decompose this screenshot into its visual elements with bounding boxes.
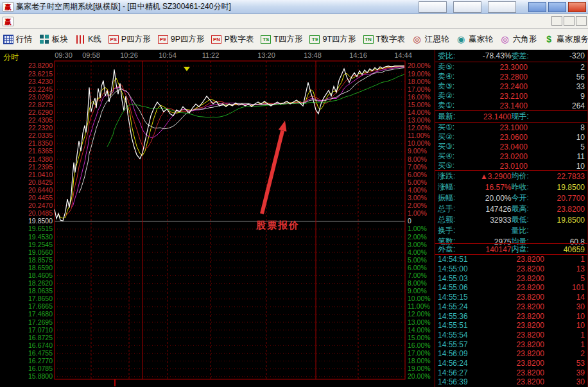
trade-row[interactable]: 14:55:57 23.8200 1 [435, 340, 587, 349]
toolbar-button[interactable]: T9 9T四方形 [309, 34, 356, 45]
stat-label: 委比: [438, 51, 465, 62]
trade-row[interactable]: 14:55:51 23.8200 10 [435, 321, 587, 330]
sell-row[interactable]: 卖⑤: 23.3000 2 [435, 62, 587, 72]
stat-row: 涨跌: ▲3.2900 均价: 22.7833 [435, 171, 587, 182]
stat-value: 32933 [465, 216, 512, 225]
svg-text:10.00%: 10.00% [408, 295, 431, 302]
trade-row[interactable]: 14:54:51 23.8200 1 [435, 255, 587, 264]
svg-text:16.0785: 16.0785 [28, 365, 53, 372]
svg-text:17.0710: 17.0710 [28, 326, 53, 334]
svg-text:19.00%: 19.00% [408, 70, 431, 78]
trade-row[interactable]: 14:56:09 23.8200 2 [435, 349, 587, 358]
svg-text:13:48: 13:48 [304, 51, 322, 59]
toolbar-button[interactable]: ◎ 江恩轮 [412, 34, 449, 45]
child-minimize-button[interactable] [551, 16, 562, 26]
svg-text:13.00%: 13.00% [408, 318, 431, 326]
toolbar-button[interactable]: ◉ 赢家轮 [456, 34, 493, 45]
svg-text:4.00%: 4.00% [408, 186, 427, 194]
svg-text:6.00%: 6.00% [408, 171, 427, 178]
chart-canvas[interactable]: 09:3009:5810:2610:5411:2213:2013:4814:16… [0, 50, 435, 387]
ma250-line [107, 74, 404, 147]
trade-row[interactable]: 14:55:54 23.8200 1 [435, 331, 587, 340]
svg-text:15.00%: 15.00% [408, 101, 431, 108]
trade-time: 14:54:51 [438, 255, 485, 264]
toolbar-button[interactable]: K线 [75, 34, 101, 45]
quote-row-qty: 5 [528, 142, 585, 151]
svg-text:2.00%: 2.00% [408, 233, 427, 241]
buy-row[interactable]: 买④: 23.0200 11 [435, 151, 587, 161]
titlebar-link-button[interactable] [488, 1, 516, 13]
close-button[interactable] [568, 2, 586, 12]
child-restore-button[interactable] [564, 16, 575, 26]
toolbar-button-label: 板块 [52, 34, 68, 45]
buy-row[interactable]: 买②: 23.0600 10 [435, 132, 587, 142]
trade-row[interactable]: 14:55:06 23.8200 101 [435, 283, 587, 292]
trade-list[interactable]: 14:54:51 23.8200 1 14:55:00 23.8200 13 1… [435, 255, 587, 387]
svg-text:11.00%: 11.00% [408, 302, 430, 310]
svg-text:16.00%: 16.00% [408, 93, 431, 101]
svg-text:16.8725: 16.8725 [28, 334, 53, 341]
trade-row[interactable]: 14:55:15 23.8200 14 [435, 293, 587, 302]
trade-price: 23.8200 [485, 377, 544, 386]
buy-row[interactable]: 买⑤: 23.0100 10 [435, 161, 587, 171]
toolbar-button[interactable]: $ 赢家服务 [544, 34, 588, 45]
trade-qty: 5 [544, 274, 585, 283]
buy-row[interactable]: 买①: 23.1000 8 [435, 123, 587, 132]
p-number-table-icon: PN [211, 35, 221, 44]
sell-row[interactable]: 卖④: 23.2800 56 [435, 72, 587, 82]
t-square-icon: TS [261, 35, 271, 44]
toolbar-button-label: T四方形 [273, 34, 302, 45]
svg-text:22.4305: 22.4305 [28, 116, 53, 124]
maximize-button[interactable] [548, 2, 566, 12]
child-close-button[interactable] [576, 16, 587, 26]
toolbar-button-label: 9T四方形 [322, 34, 356, 45]
quote-row-qty: 2 [528, 63, 585, 72]
toolbar-button[interactable]: P9 9P四方形 [158, 34, 205, 45]
svg-text:1.00%: 1.00% [408, 209, 427, 217]
chart-area: 09:3009:5810:2610:5411:2213:2013:4814:16… [0, 50, 435, 387]
svg-text:17.00%: 17.00% [408, 349, 431, 357]
titlebar-link-button[interactable] [419, 1, 447, 13]
toolbar-button[interactable]: PN P数字表 [211, 34, 254, 45]
trade-time: 14:56:27 [438, 368, 485, 377]
window-title: 赢家老子时空周期系统[纵横版] - [田中精机 SZ300461-240分时] [16, 1, 231, 12]
trade-row[interactable]: 14:56:39 23.8200 30 [435, 377, 587, 386]
svg-text:18.00%: 18.00% [408, 357, 431, 365]
stat-value: ▲3.2900 [465, 172, 512, 181]
toolbar-button[interactable]: PS P四方形 [108, 34, 151, 45]
chart-mode-label[interactable]: 分时 [3, 52, 19, 63]
stat-label: 振幅: [438, 193, 465, 203]
svg-text:17.8650: 17.8650 [28, 295, 53, 302]
toolbar-button[interactable]: 板块 [39, 34, 68, 45]
trade-row[interactable]: 14:56:24 23.8200 53 [435, 359, 587, 368]
trade-row[interactable]: 14:55:00 23.8200 13 [435, 264, 587, 273]
buy-row[interactable]: 买③: 23.0400 5 [435, 142, 587, 151]
trade-row[interactable]: 14:55:36 23.8200 10 [435, 312, 587, 321]
svg-text:13:20: 13:20 [257, 51, 275, 59]
stat-label: 最高: [512, 203, 539, 214]
titlebar-link-button[interactable] [453, 1, 481, 13]
svg-text:17.6665: 17.6665 [28, 302, 53, 310]
toolbar-button[interactable]: TS T四方形 [261, 34, 302, 45]
trade-row[interactable]: 14:56:27 23.8200 39 [435, 368, 587, 377]
sell-row[interactable]: 卖③: 23.2400 33 [435, 82, 587, 91]
svg-text:19.00%: 19.00% [408, 365, 431, 372]
toolbar-button[interactable]: ◎ 六角形 [500, 34, 537, 45]
svg-text:21.2395: 21.2395 [28, 163, 53, 171]
sell-row[interactable]: 卖②: 23.2100 9 [435, 91, 587, 101]
quote-row-price: 23.0200 [465, 152, 528, 161]
trade-row[interactable]: 14:55:24 23.8200 30 [435, 302, 587, 311]
stat-value: 16.57% [465, 183, 512, 192]
toolbar-button[interactable]: 行情 [3, 34, 32, 45]
toolbar-button-label: P数字表 [224, 34, 254, 45]
toolbar-button-label: 赢家轮 [469, 34, 493, 45]
title-bar[interactable]: 赢 赢家老子时空周期系统[纵横版] - [田中精机 SZ300461-240分时… [0, 0, 588, 14]
quote-row-price: 23.0400 [465, 142, 528, 151]
toolbar-button[interactable]: TN T数字表 [363, 34, 405, 45]
minimize-button[interactable] [528, 2, 546, 12]
quote-row-qty: 264 [528, 101, 585, 110]
quote-row-price: 23.2800 [465, 73, 528, 82]
sell-row[interactable]: 卖①: 23.1400 264 [435, 101, 587, 110]
kline-icon [75, 35, 85, 44]
trade-row[interactable]: 14:55:03 23.8200 5 [435, 274, 587, 283]
